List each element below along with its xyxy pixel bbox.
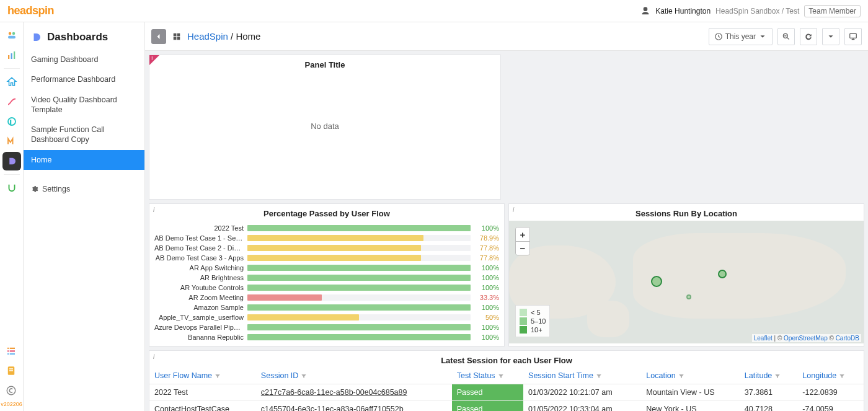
monitor-button[interactable] — [844, 28, 862, 45]
svg-rect-4 — [11, 53, 12, 59]
bar-label: AB Demo Test Case 1 - Settings — [154, 234, 247, 242]
carto-link[interactable]: CartoDB — [836, 335, 859, 342]
bar-track — [247, 285, 471, 291]
refresh-interval-button[interactable] — [822, 28, 839, 45]
rail-doc-icon[interactable] — [2, 361, 20, 380]
panel-title-panel: Panel Title No data — [149, 55, 501, 200]
svg-rect-11 — [10, 350, 15, 351]
sidebar-item[interactable]: Performance Dashboard — [24, 69, 144, 89]
sidebar-item[interactable]: Home — [24, 150, 144, 170]
bar-row: AB Demo Test Case 3 - Apps77.8% — [154, 253, 499, 263]
map-panel: i Sessions Run By Location + − — [508, 203, 864, 347]
sidebar-item[interactable]: Sample Function Call Dashboard Copy — [24, 120, 144, 150]
map-zoom-in-button[interactable]: + — [516, 228, 529, 241]
bar-fill — [247, 245, 421, 251]
user-area[interactable]: Katie Huntington HeadSpin Sandbox / Test… — [640, 5, 861, 17]
panel-info-icon[interactable]: i — [513, 206, 514, 213]
osm-link[interactable]: OpenStreetMap — [784, 335, 828, 342]
bar-chart: 2022 Test100%AB Demo Test Case 1 - Setti… — [149, 221, 504, 346]
bar-label: AR Brightness — [154, 274, 247, 281]
rail-m-icon[interactable] — [2, 132, 21, 151]
map-attribution: Leaflet | © OpenStreetMap © CartoDB — [752, 334, 861, 342]
cell-session[interactable]: c217c7a6-6ca8-11ec-a58b-00e04c685a89 — [256, 384, 452, 401]
sidebar-header: Dashboards — [24, 22, 144, 50]
svg-rect-24 — [850, 33, 857, 38]
bar-fill — [247, 225, 471, 231]
col-flow[interactable]: User Flow Name — [149, 368, 256, 384]
col-start[interactable]: Session Start Time — [523, 368, 641, 384]
map-marker[interactable] — [651, 276, 662, 287]
panel-error-ribbon[interactable] — [149, 55, 159, 65]
rail-curve-icon[interactable] — [2, 92, 21, 111]
col-session[interactable]: Session ID — [256, 368, 452, 384]
svg-rect-7 — [10, 120, 11, 125]
main: HeadSpin / Home This year Panel Title No… — [145, 22, 868, 411]
sidebar-item[interactable]: Video Quality Dashboard Template — [24, 90, 144, 120]
sidebar-item[interactable]: Gaming Dashboard — [24, 50, 144, 69]
bar-value: 50% — [471, 314, 499, 321]
cell-lon: -74.0059 — [797, 401, 864, 412]
panel-info-icon[interactable]: i — [153, 206, 154, 213]
leaflet-link[interactable]: Leaflet — [754, 335, 773, 342]
icon-rail: v202206 — [0, 22, 24, 411]
cell-session[interactable]: c1455704-6e3c-11ec-a83a-06aff710552b — [256, 401, 452, 412]
sidebar-settings[interactable]: Settings — [24, 181, 144, 197]
map-zoom-out-button[interactable]: − — [516, 241, 529, 255]
rail-users-icon[interactable] — [2, 26, 21, 45]
col-lat[interactable]: Latitude — [740, 368, 798, 384]
bar-value: 100% — [471, 334, 499, 341]
bar-row: AR Zoom Meeting33.3% — [154, 293, 499, 303]
svg-point-6 — [8, 118, 16, 125]
timerange-button[interactable]: This year — [709, 28, 773, 45]
bar-value: 78.9% — [471, 234, 499, 242]
breadcrumb-root[interactable]: HeadSpin — [187, 31, 228, 42]
user-name: Katie Huntington — [655, 7, 711, 15]
version-label: v202206 — [1, 401, 22, 407]
clock-icon — [714, 32, 723, 41]
rail-u-icon[interactable] — [2, 179, 21, 197]
sidebar: Dashboards Gaming DashboardPerformance D… — [24, 22, 145, 411]
breadcrumb-current: Home — [236, 31, 260, 42]
table-row[interactable]: 2022 Testc217c7a6-6ca8-11ec-a58b-00e04c6… — [149, 384, 864, 401]
col-status[interactable]: Test Status — [452, 368, 523, 384]
back-button[interactable] — [151, 29, 166, 44]
svg-rect-16 — [9, 370, 13, 371]
bar-track — [247, 235, 471, 241]
breadcrumb: HeadSpin / Home — [187, 31, 260, 42]
bar-fill — [247, 304, 471, 311]
map-zoom-controls: + − — [515, 227, 530, 255]
bar-value: 100% — [471, 264, 499, 272]
bar-row: AR Brightness100% — [154, 273, 499, 283]
bar-label: Amazon Sample — [154, 304, 247, 311]
svg-point-0 — [8, 32, 11, 35]
bar-fill — [247, 285, 471, 291]
rail-list-icon[interactable] — [2, 342, 20, 360]
cell-lat: 40.7128 — [740, 401, 798, 412]
bar-fill — [247, 324, 471, 330]
bar-track — [247, 275, 471, 281]
rail-copyright-icon[interactable] — [2, 381, 20, 400]
panel-info-icon[interactable]: i — [153, 353, 154, 360]
rail-p-icon[interactable] — [2, 112, 21, 131]
zoomout-button[interactable] — [777, 28, 795, 45]
svg-rect-2 — [8, 36, 16, 39]
logo: headspin — [7, 4, 54, 17]
grid-icon[interactable] — [171, 31, 182, 42]
map[interactable]: + − < 5 5–10 10+ Leaflet | © OpenStreetM… — [509, 221, 864, 343]
rail-analytics-icon[interactable] — [2, 46, 21, 64]
rail-d-icon[interactable] — [2, 152, 21, 170]
bar-row: AR App Switching100% — [154, 263, 499, 273]
zoom-out-icon — [782, 32, 790, 41]
user-org: HeadSpin Sandbox / Test — [715, 7, 799, 15]
table-row[interactable]: ContactHostTestCasec1455704-6e3c-11ec-a8… — [149, 401, 864, 412]
bar-track — [247, 304, 471, 311]
map-marker[interactable] — [686, 294, 691, 299]
bar-row: Amazon Sample100% — [154, 303, 499, 312]
col-lon[interactable]: Longitude — [797, 368, 864, 384]
refresh-button[interactable] — [800, 28, 817, 45]
svg-rect-19 — [177, 33, 180, 36]
rail-home-icon[interactable] — [2, 73, 21, 91]
col-location[interactable]: Location — [641, 368, 740, 384]
svg-rect-20 — [174, 37, 177, 40]
bar-track — [247, 225, 471, 231]
